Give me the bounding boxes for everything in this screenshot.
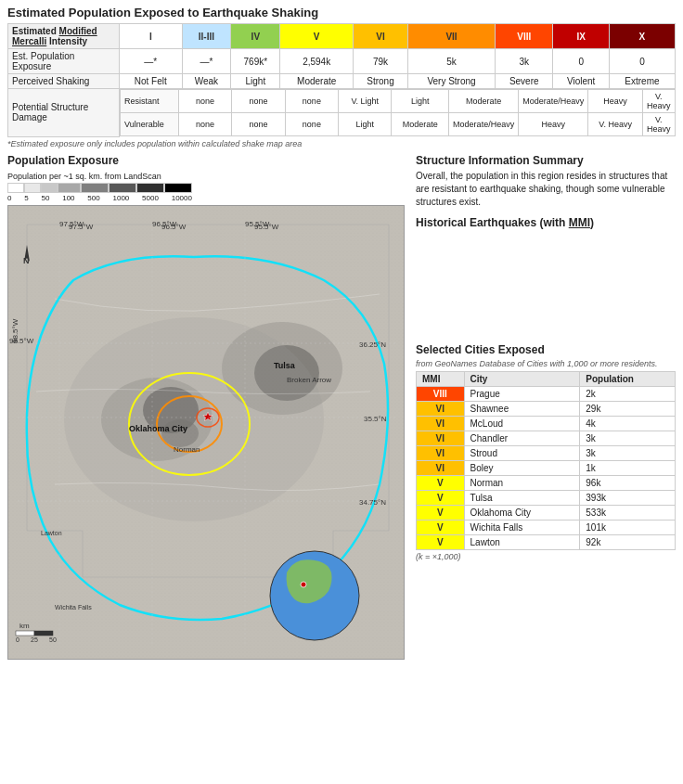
scale-10000 xyxy=(164,183,192,193)
structure-info-title: Structure Information Summary xyxy=(416,154,676,167)
svg-rect-33 xyxy=(16,631,34,636)
pop-scale-row xyxy=(7,183,406,193)
city-name-cell: Norman xyxy=(464,475,580,490)
tick-5: 5 xyxy=(24,194,28,202)
cities-table: MMI City Population VIIIPrague2kVIShawne… xyxy=(416,371,676,550)
col-VI: VI xyxy=(354,24,408,49)
city-population-cell: 533k xyxy=(580,505,676,520)
scale-5 xyxy=(24,183,41,193)
cities-table-row: VOklahoma City533k xyxy=(417,505,676,520)
city-mmi-cell: V xyxy=(417,505,465,520)
svg-text:Tulsa: Tulsa xyxy=(274,361,296,370)
col-IX: IX xyxy=(553,24,609,49)
population-scale-container: Population per ~1 sq. km. from LandScan xyxy=(7,170,406,202)
tick-10000: 10000 xyxy=(172,194,192,202)
pop-V: 2,594k xyxy=(280,49,354,74)
cities-table-row: VLawton92k xyxy=(417,534,676,549)
page-title: Estimated Population Exposed to Earthqua… xyxy=(7,6,676,19)
pop-VII: 5k xyxy=(408,49,496,74)
col-X: X xyxy=(609,24,675,49)
col-VII: VII xyxy=(408,24,496,49)
cities-table-row: VNorman96k xyxy=(417,475,676,490)
scale-1000 xyxy=(109,183,136,193)
pop-II: —* xyxy=(182,49,231,74)
scale-0 xyxy=(7,183,24,193)
col-II-III: II-III xyxy=(182,24,231,49)
shaking-X: Extreme xyxy=(609,74,675,89)
structure-info-text: Overall, the population in this region r… xyxy=(416,170,676,209)
cities-table-row: VIChandler3k xyxy=(417,431,676,445)
city-mmi-cell: V xyxy=(417,534,465,549)
tick-1000: 1000 xyxy=(113,194,130,202)
svg-text:98.5°W: 98.5°W xyxy=(9,337,34,345)
cities-note: from GeoNames Database of Cities with 1,… xyxy=(416,359,676,368)
cities-col-population: Population xyxy=(580,371,676,386)
svg-text:50: 50 xyxy=(49,636,57,643)
city-name-cell: Shawnee xyxy=(464,401,580,416)
city-mmi-cell: VIII xyxy=(417,386,465,401)
city-population-cell: 3k xyxy=(580,445,676,460)
cities-col-city: City xyxy=(464,371,580,386)
city-mmi-cell: VI xyxy=(417,431,465,445)
svg-text:Broken Arrow: Broken Arrow xyxy=(287,376,331,384)
svg-text:Lawton: Lawton xyxy=(41,530,62,536)
row-label-population: Est. Population Exposure xyxy=(8,49,120,74)
pop-VI: 79k xyxy=(354,49,408,74)
city-population-cell: 3k xyxy=(580,431,676,445)
city-population-cell: 393k xyxy=(580,490,676,505)
city-population-cell: 2k xyxy=(580,386,676,401)
svg-text:35.5°N: 35.5°N xyxy=(364,415,387,423)
right-column: Structure Information Summary Overall, t… xyxy=(416,154,676,660)
city-mmi-cell: V xyxy=(417,490,465,505)
city-name-cell: Lawton xyxy=(464,534,580,549)
shaking-VII: Very Strong xyxy=(408,74,496,89)
historical-earthquakes-title: Historical Earthquakes (with MMI) xyxy=(416,216,676,229)
table-row-shaking: Perceived Shaking Not Felt Weak Light Mo… xyxy=(8,74,676,89)
pop-VIII: 3k xyxy=(496,49,553,74)
cities-table-row: VWichita Falls101k xyxy=(417,520,676,534)
col-I: I xyxy=(120,24,183,49)
col-V: V xyxy=(280,24,354,49)
city-name-cell: Chandler xyxy=(464,431,580,445)
table-row-resistant-inner: Resistant none none none V. Light Light … xyxy=(121,90,676,113)
svg-text:34.75°N: 34.75°N xyxy=(359,498,386,507)
city-mmi-cell: VI xyxy=(417,401,465,416)
two-col-layout: Population Exposure Population per ~1 sq… xyxy=(7,154,676,660)
tick-100: 100 xyxy=(62,194,74,202)
cities-table-header: MMI City Population xyxy=(417,371,676,386)
svg-text:Norman: Norman xyxy=(174,445,200,454)
shaking-IX: Violent xyxy=(553,74,609,89)
population-exposure-title: Population Exposure xyxy=(7,154,406,167)
shaking-V: Moderate xyxy=(280,74,354,89)
svg-text:Wichita Falls: Wichita Falls xyxy=(55,604,92,610)
k-note: (k = ×1,000) xyxy=(416,552,676,561)
shaking-VIII: Severe xyxy=(496,74,553,89)
svg-text:97.5°W: 97.5°W xyxy=(59,220,84,228)
cities-table-row: VIStroud3k xyxy=(417,445,676,460)
city-name-cell: Prague xyxy=(464,386,580,401)
scale-100 xyxy=(58,183,81,193)
cities-table-row: VIBoley1k xyxy=(417,460,676,475)
scale-50 xyxy=(41,183,58,193)
city-name-cell: Tulsa xyxy=(464,490,580,505)
col-VIII: VIII xyxy=(496,24,553,49)
city-population-cell: 1k xyxy=(580,460,676,475)
city-mmi-cell: VI xyxy=(417,460,465,475)
city-population-cell: 29k xyxy=(580,401,676,416)
tick-500: 500 xyxy=(87,194,99,202)
mmi-table: Estimated Modified Mercalli Intensity I … xyxy=(7,23,676,137)
tick-50: 50 xyxy=(42,194,50,202)
city-mmi-cell: V xyxy=(417,475,465,490)
row-label-shaking: Perceived Shaking xyxy=(8,74,120,89)
city-population-cell: 96k xyxy=(580,475,676,490)
shaking-I: Not Felt xyxy=(120,74,183,89)
svg-point-39 xyxy=(301,582,306,587)
svg-text:0: 0 xyxy=(16,636,19,643)
shaking-IV: Light xyxy=(231,74,280,89)
cities-table-row: VTulsa393k xyxy=(417,490,676,505)
scale-tick-row: 0 5 50 100 500 1000 5000 10000 xyxy=(7,194,192,202)
tick-0: 0 xyxy=(7,194,11,202)
cities-col-mmi: MMI xyxy=(417,371,465,386)
city-name-cell: Stroud xyxy=(464,445,580,460)
historical-chart-area xyxy=(416,232,676,343)
